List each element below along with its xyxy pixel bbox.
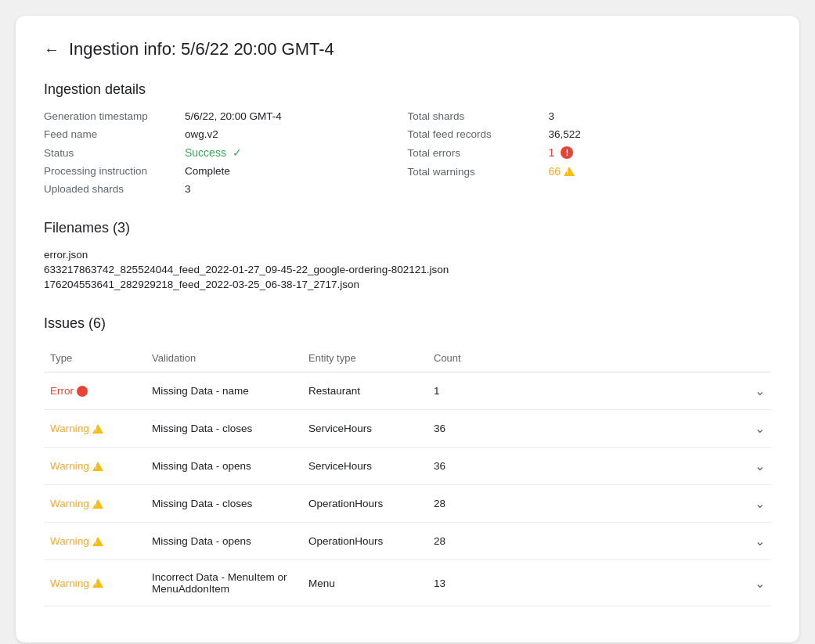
status-value-row: Success ✓ [185, 146, 242, 159]
detail-row-timestamp: Generation timestamp 5/6/22, 20:00 GMT-4 [44, 110, 408, 122]
issues-section: Issues (6) Type Validation Entity type C… [44, 315, 771, 606]
warning-tri-icon [92, 424, 103, 434]
issues-table-header-row: Type Validation Entity type Count [44, 344, 771, 372]
error-dot-icon [77, 386, 88, 397]
details-right-col: Total shards 3 Total feed records 36,522… [408, 110, 772, 195]
warning-type-text: Warning [50, 460, 89, 472]
col-header-type: Type [44, 344, 146, 372]
table-cell-count: 28 [427, 485, 490, 523]
warning-tri-icon [92, 578, 103, 588]
filename-item-1: 633217863742_825524044_feed_2022-01-27_0… [44, 264, 771, 275]
expand-row-button[interactable]: ⌄ [490, 410, 771, 448]
table-cell-entity: Restaurant [302, 372, 427, 410]
expand-row-button[interactable]: ⌄ [490, 448, 771, 485]
col-header-count: Count [427, 344, 490, 372]
detail-row-uploaded-shards: Uploaded shards 3 [44, 183, 408, 195]
value-total-shards: 3 [549, 110, 555, 122]
col-header-expand [490, 344, 771, 372]
expand-row-button[interactable]: ⌄ [490, 485, 771, 523]
label-uploaded-shards: Uploaded shards [44, 183, 185, 195]
filename-item-2: 176204553641_282929218_feed_2022-03-25_0… [44, 279, 771, 290]
expand-row-button[interactable]: ⌄ [490, 523, 771, 560]
warning-type-text: Warning [50, 535, 89, 547]
detail-row-total-errors: Total errors 1 ! [408, 146, 772, 159]
type-warning-label: Warning [50, 535, 139, 547]
chevron-down-icon: ⌄ [755, 497, 765, 510]
value-timestamp: 5/6/22, 20:00 GMT-4 [185, 110, 282, 122]
value-feed-records: 36,522 [549, 128, 581, 140]
warning-tri-icon [92, 537, 103, 546]
error-type-text: Error [50, 385, 74, 397]
label-feed-records: Total feed records [408, 128, 549, 140]
label-total-shards: Total shards [408, 110, 549, 122]
page-header: ← Ingestion info: 5/6/22 20:00 GMT-4 [44, 39, 771, 59]
filenames-list: error.json 633217863742_825524044_feed_2… [44, 249, 771, 290]
warning-value-row: 66 [549, 165, 575, 178]
error-icon: ! [561, 146, 573, 159]
type-warning-label: Warning [50, 498, 139, 509]
detail-row-total-warnings: Total warnings 66 [408, 165, 772, 178]
label-status: Status [44, 147, 185, 159]
table-cell-validation: Missing Data - closes [146, 410, 302, 448]
chevron-down-icon: ⌄ [755, 534, 765, 548]
table-row[interactable]: Warning Missing Data - opensServiceHours… [44, 448, 771, 485]
type-warning-label: Warning [50, 423, 139, 434]
warning-type-text: Warning [50, 498, 89, 509]
table-cell-validation: Missing Data - closes [146, 485, 302, 523]
expand-row-button[interactable]: ⌄ [490, 372, 771, 410]
label-total-errors: Total errors [408, 147, 549, 159]
chevron-down-icon: ⌄ [755, 577, 765, 590]
details-left-col: Generation timestamp 5/6/22, 20:00 GMT-4… [44, 110, 408, 195]
table-cell-validation: Missing Data - name [146, 372, 302, 410]
table-cell-count: 36 [427, 448, 490, 485]
type-warning-label: Warning [50, 460, 139, 472]
table-row[interactable]: Warning Missing Data - opensOperationHou… [44, 523, 771, 560]
table-row[interactable]: Error Missing Data - nameRestaurant1⌄ [44, 372, 771, 410]
filenames-section: Filenames (3) error.json 633217863742_82… [44, 220, 771, 290]
filename-item-0: error.json [44, 249, 771, 261]
expand-row-button[interactable]: ⌄ [490, 560, 771, 606]
chevron-down-icon: ⌄ [755, 459, 765, 473]
detail-row-feed-name: Feed name owg.v2 [44, 128, 408, 140]
label-processing: Processing instruction [44, 165, 185, 177]
ingestion-details-section: Ingestion details Generation timestamp 5… [44, 81, 771, 195]
page-title: Ingestion info: 5/6/22 20:00 GMT-4 [69, 39, 334, 59]
col-header-entity: Entity type [302, 344, 427, 372]
table-cell-validation: Missing Data - opens [146, 448, 302, 485]
label-feed-name: Feed name [44, 128, 185, 140]
details-grid: Generation timestamp 5/6/22, 20:00 GMT-4… [44, 110, 771, 195]
table-row[interactable]: Warning Incorrect Data - MenuItem or Men… [44, 560, 771, 606]
table-row[interactable]: Warning Missing Data - closesOperationHo… [44, 485, 771, 523]
issues-title: Issues (6) [44, 315, 771, 332]
value-status: Success [185, 146, 226, 159]
value-feed-name: owg.v2 [185, 128, 218, 140]
warning-tri-icon [92, 462, 103, 471]
label-timestamp: Generation timestamp [44, 110, 185, 122]
table-cell-count: 1 [427, 372, 490, 410]
type-warning-label: Warning [50, 577, 139, 589]
value-total-warnings: 66 [549, 165, 561, 178]
table-cell-entity: OperationHours [302, 485, 427, 523]
warning-type-text: Warning [50, 577, 89, 589]
error-value-row: 1 ! [549, 146, 574, 159]
table-cell-entity: ServiceHours [302, 410, 427, 448]
chevron-down-icon: ⌄ [755, 384, 765, 398]
back-button[interactable]: ← [44, 41, 60, 59]
issues-table: Type Validation Entity type Count Error … [44, 344, 771, 606]
ingestion-details-title: Ingestion details [44, 81, 771, 98]
table-cell-count: 13 [427, 560, 490, 606]
table-cell-validation: Missing Data - opens [146, 523, 302, 560]
table-cell-entity: OperationHours [302, 523, 427, 560]
value-uploaded-shards: 3 [185, 183, 191, 195]
table-cell-count: 36 [427, 410, 490, 448]
filenames-title: Filenames (3) [44, 220, 771, 236]
label-total-warnings: Total warnings [408, 166, 549, 178]
main-card: ← Ingestion info: 5/6/22 20:00 GMT-4 Ing… [16, 16, 799, 642]
warning-type-text: Warning [50, 423, 89, 434]
detail-row-processing: Processing instruction Complete [44, 165, 408, 177]
table-row[interactable]: Warning Missing Data - closesServiceHour… [44, 410, 771, 448]
detail-row-total-shards: Total shards 3 [408, 110, 772, 122]
col-header-validation: Validation [146, 344, 302, 372]
check-icon: ✓ [233, 146, 242, 159]
detail-row-status: Status Success ✓ [44, 146, 408, 159]
